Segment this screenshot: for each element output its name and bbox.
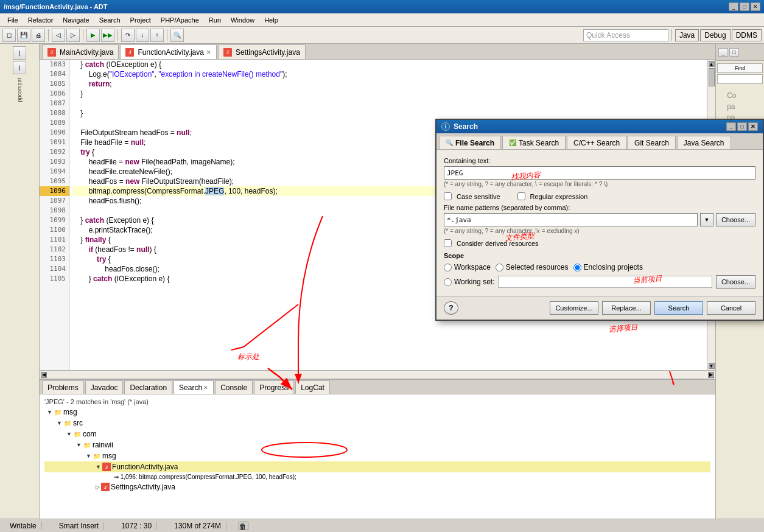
save-button[interactable]: 💾 [17, 29, 30, 42]
close-button[interactable]: ✕ [751, 2, 760, 11]
debug-run-button[interactable]: ▶▶ [101, 29, 114, 42]
toolbar: ◻ 💾 🖨 ◁ ▷ ▶ ▶▶ ↷ ↓ ↑ 🔍 Quick Access Java… [0, 27, 764, 44]
tree-item-com[interactable]: ▼ 📁 com [44, 429, 710, 439]
scroll-right-btn[interactable]: ▶ [708, 372, 714, 378]
menu-search[interactable]: Search [94, 15, 125, 25]
containing-text-input[interactable] [444, 166, 755, 180]
working-set-choose-btn[interactable]: Choose... [716, 275, 755, 289]
cancel-btn[interactable]: Cancel [707, 301, 755, 315]
file-name-dropdown-btn[interactable]: ▼ [700, 213, 713, 226]
dialog-tab-git-search[interactable]: Git Search [628, 136, 676, 149]
forward-button[interactable]: ▷ [66, 29, 80, 42]
step-over[interactable]: ↷ [121, 29, 135, 42]
dialog-body: Containing text: (* = any string, ? = an… [436, 150, 763, 296]
working-set-input[interactable] [498, 276, 712, 288]
step-out[interactable]: ↑ [150, 29, 164, 42]
ddms-perspective-btn[interactable]: DDMS [732, 29, 762, 41]
regular-expression-label[interactable]: Regular expression [530, 193, 588, 200]
menu-help[interactable]: Help [259, 15, 283, 25]
scroll-up-btn[interactable]: ▲ [709, 61, 715, 67]
tree-item-functionactivity[interactable]: ▼ J FunctionActivity.java [44, 461, 710, 472]
quick-access-box[interactable]: Quick Access [583, 29, 668, 41]
bottom-tab-declaration[interactable]: Declaration [124, 380, 172, 394]
run-button[interactable]: ▶ [86, 29, 100, 42]
tab-functionactivity[interactable]: J FunctionActivity.java ✕ [120, 44, 217, 59]
print-button[interactable]: 🖨 [32, 29, 45, 42]
consider-derived-label[interactable]: Consider derived resources [457, 240, 539, 247]
customize-btn[interactable]: Customize... [550, 301, 598, 315]
scope-enclosing-projects[interactable]: Enclosing projects [573, 263, 643, 271]
bottom-tab-problems[interactable]: Problems [42, 380, 84, 394]
bottom-tab-javadoc[interactable]: Javadoc [85, 380, 124, 394]
right-item-co: Co [726, 90, 754, 101]
right-find-input[interactable] [717, 74, 763, 84]
case-sensitive-label[interactable]: Case sensitive [457, 193, 500, 200]
bottom-tab-search-close[interactable]: ✕ [203, 385, 208, 391]
bottom-tab-search[interactable]: Search ✕ [173, 380, 214, 394]
tree-item-rainwii[interactable]: ▼ 📁 rainwii [44, 439, 710, 450]
dialog-tab-cpp-search[interactable]: C/C++ Search [567, 136, 626, 149]
bottom-tab-logcat[interactable]: LogCat [295, 380, 330, 394]
tree-item-src[interactable]: ▼ 📁 src [44, 418, 710, 429]
status-position: 1072 : 30 [116, 522, 157, 530]
help-btn[interactable]: ? [444, 301, 458, 315]
scroll-down-btn[interactable]: ▼ [709, 363, 715, 369]
bottom-tab-progress[interactable]: Progress [254, 380, 294, 394]
regular-expression-checkbox[interactable] [517, 192, 525, 200]
step-into[interactable]: ↓ [136, 29, 149, 42]
right-minimize-btn[interactable]: _ [718, 48, 728, 57]
scope-workspace-radio[interactable] [444, 264, 452, 271]
debug-perspective-btn[interactable]: Debug [700, 29, 730, 41]
dialog-tab-file-search[interactable]: 🔍 File Search [439, 136, 501, 149]
line-numbers: 1083 1084 1085 1086 1087 1088 1089 1090 … [40, 60, 70, 370]
ln-1105: 1105 [40, 274, 69, 284]
bottom-tab-label-progress: Progress [259, 383, 289, 392]
menu-file[interactable]: File [2, 15, 23, 25]
scope-enclosing-radio[interactable] [573, 264, 581, 271]
menu-php-apache[interactable]: PHP/Apache [156, 15, 204, 25]
scroll-thumb[interactable] [709, 68, 715, 86]
scope-selected-resources[interactable]: Selected resources [496, 263, 569, 271]
tree-item-msg-inner[interactable]: ▼ 📁 msg [44, 450, 710, 461]
scroll-left-btn[interactable]: ◀ [41, 372, 47, 378]
dialog-minimize-btn[interactable]: _ [726, 122, 736, 131]
search-btn[interactable]: Search [654, 301, 703, 315]
tree-item-settingsactivity[interactable]: ▷ J SettingsActivity.java [44, 481, 710, 492]
left-panel-btn-1[interactable]: ⟨ [13, 46, 26, 60]
search-dialog[interactable]: i Search _ □ ✕ 🔍 File Search ✅ Task Sear… [435, 119, 764, 321]
bottom-tab-console[interactable]: Console [215, 380, 253, 394]
left-panel-btn-2[interactable]: ⟩ [13, 61, 26, 74]
scope-working-set-radio[interactable] [444, 278, 452, 286]
menu-navigate[interactable]: Navigate [58, 15, 94, 25]
dialog-tab-java-search[interactable]: Java Search [677, 136, 731, 149]
file-name-choose-btn[interactable]: Choose... [716, 213, 755, 226]
memory-gc-btn[interactable]: 🗑 [239, 522, 248, 530]
file-name-patterns-input[interactable] [444, 213, 698, 226]
scope-workspace[interactable]: Workspace [444, 263, 491, 271]
dialog-maximize-btn[interactable]: □ [737, 122, 747, 131]
scope-selected-radio[interactable] [496, 264, 503, 271]
replace-btn[interactable]: Replace... [602, 301, 651, 315]
menu-run[interactable]: Run [204, 15, 226, 25]
right-maximize-btn[interactable]: □ [729, 48, 739, 57]
horizontal-scrollbar[interactable]: ◀ ▶ [40, 370, 715, 379]
scope-working-set[interactable]: Working set: [444, 278, 494, 286]
maximize-button[interactable]: □ [740, 2, 749, 11]
menu-window[interactable]: Window [226, 15, 259, 25]
dialog-close-btn[interactable]: ✕ [748, 122, 758, 131]
tree-item-result-line[interactable]: ⇒ 1,096: bitmap.compress(CompressFormat.… [44, 472, 710, 481]
menu-project[interactable]: Project [125, 15, 156, 25]
tab-mainactivity[interactable]: J MainActivity.java [42, 44, 119, 59]
back-button[interactable]: ◁ [52, 29, 65, 42]
minimize-button[interactable]: _ [729, 2, 738, 11]
java-perspective-btn[interactable]: Java [675, 29, 699, 41]
case-sensitive-checkbox[interactable] [444, 192, 452, 200]
new-button[interactable]: ◻ [2, 29, 16, 42]
dialog-tab-task-search[interactable]: ✅ Task Search [502, 136, 566, 149]
search-toolbar-btn[interactable]: 🔍 [170, 29, 184, 42]
tab-settingsactivity[interactable]: J SettingsActivity.java [218, 44, 306, 59]
tab-close-func[interactable]: ✕ [206, 49, 211, 55]
consider-derived-checkbox[interactable] [444, 239, 452, 247]
tree-item-msg-root[interactable]: ▼ 📁 msg [44, 407, 710, 418]
menu-refactor[interactable]: Refactor [23, 15, 58, 25]
